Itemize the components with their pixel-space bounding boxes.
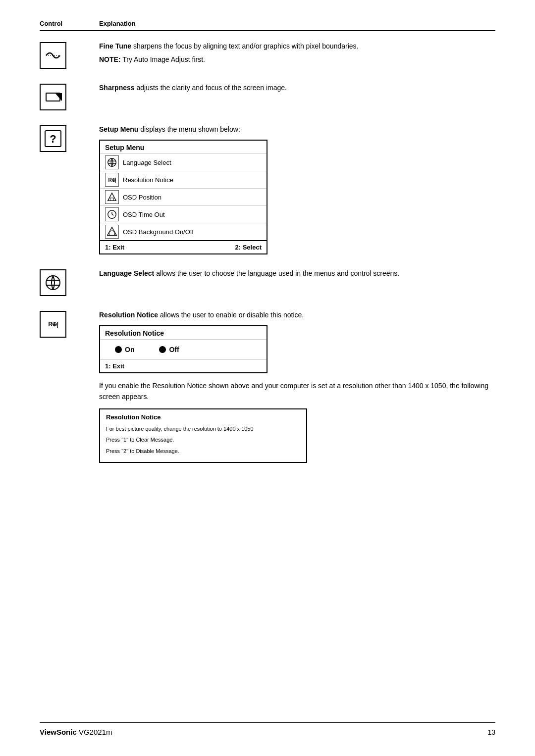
language-select-label: Language Select xyxy=(123,159,171,166)
resolution-notice-row: R⊕| Resolution Notice allows the user to… xyxy=(40,310,495,463)
resolution-info-line3: Press "2" to Disable Message. xyxy=(106,447,300,455)
sharpness-desc: adjusts the clarity and focus of the scr… xyxy=(135,84,287,92)
svg-rect-10 xyxy=(110,198,113,201)
setup-menu-desc: displays the menu shown below: xyxy=(138,125,240,133)
fine-tune-label: Fine Tune xyxy=(99,42,131,50)
resolution-notice-text: Resolution Notice allows the user to ena… xyxy=(99,310,495,463)
fine-tune-icon xyxy=(40,42,66,69)
resolution-notice-menu-icon: R⊕| xyxy=(105,173,119,187)
header-explanation: Explanation xyxy=(99,20,136,27)
language-select-row: Language Select allows the user to choos… xyxy=(40,268,495,296)
resolution-off-option: Off xyxy=(159,346,179,353)
setup-menu-icon: ? xyxy=(40,125,66,152)
osd-background-label: OSD Background On/Off xyxy=(123,228,194,236)
language-select-desc: allows the user to choose the language u… xyxy=(154,269,399,277)
language-select-bold-label: Language Select xyxy=(99,269,154,277)
svg-text:?: ? xyxy=(50,133,56,145)
setup-menu-select: 2: Select xyxy=(235,244,262,251)
header-control: Control xyxy=(40,20,99,27)
setup-menu-item-resolution: R⊕| Resolution Notice xyxy=(100,171,267,188)
resolution-off-label: Off xyxy=(169,346,179,353)
fine-tune-text: Fine Tune sharpens the focus by aligning… xyxy=(99,41,495,68)
resolution-notice-icon: R⊕| xyxy=(40,311,66,338)
page-footer: ViewSonic VG2021m 13 xyxy=(40,722,495,736)
setup-menu-row: ? Setup Menu displays the menu shown bel… xyxy=(40,124,495,254)
resolution-notice-desc: allows the user to enable or disable thi… xyxy=(158,311,304,319)
resolution-info-content: For best picture quality, change the res… xyxy=(106,425,300,455)
sharpness-icon xyxy=(40,84,66,110)
resolution-notice-exit: 1: Exit xyxy=(105,362,124,370)
setup-menu-exit: 1: Exit xyxy=(105,244,124,251)
language-select-icon-cell xyxy=(40,268,99,296)
footer-brand-text: ViewSonic VG2021m xyxy=(40,728,112,736)
setup-menu-item-osd-position: OSD Position xyxy=(100,188,267,205)
resolution-info-box: Resolution Notice For best picture quali… xyxy=(99,408,307,463)
resolution-on-option: On xyxy=(115,346,134,353)
resolution-notice-bold-label: Resolution Notice xyxy=(99,311,158,319)
table-header: Control Explanation xyxy=(40,20,495,31)
fine-tune-row: Fine Tune sharpens the focus by aligning… xyxy=(40,41,495,69)
osd-timeout-icon xyxy=(105,207,119,221)
resolution-notice-box-title: Resolution Notice xyxy=(100,326,267,339)
fine-tune-icon-cell xyxy=(40,41,99,69)
fine-tune-desc: sharpens the focus by aligning text and/… xyxy=(131,42,358,50)
setup-menu-text: Setup Menu displays the menu shown below… xyxy=(99,124,495,254)
sharpness-icon-cell xyxy=(40,83,99,110)
resolution-notice-box: Resolution Notice On Off 1: Exit xyxy=(99,325,268,373)
svg-line-13 xyxy=(112,214,114,215)
resolution-on-label: On xyxy=(125,346,134,353)
setup-menu-item-osd-bg: OSD Background On/Off xyxy=(100,223,267,240)
setup-menu-box: Setup Menu Language Select R⊕| Res xyxy=(99,140,268,254)
svg-marker-9 xyxy=(108,193,116,201)
resolution-notice-icon-cell: R⊕| xyxy=(40,310,99,338)
resolution-notice-body-text: If you enable the Resolution Notice show… xyxy=(99,380,495,403)
setup-menu-item-language: Language Select xyxy=(100,153,267,171)
resolution-info-line2: Press "1" to Clear Message. xyxy=(106,436,300,444)
setup-menu-box-title: Setup Menu xyxy=(100,141,267,153)
svg-point-6 xyxy=(108,158,116,167)
resolution-notice-options: On Off xyxy=(100,339,267,360)
setup-menu-icon-cell: ? xyxy=(40,124,99,152)
sharpness-row: Sharpness adjusts the clarity and focus … xyxy=(40,83,495,110)
osd-timeout-label: OSD Time Out xyxy=(123,211,165,218)
radio-off-dot xyxy=(159,346,166,353)
brand-name: ViewSonic xyxy=(40,728,77,736)
sharpness-label: Sharpness xyxy=(99,84,135,92)
fine-tune-note: NOTE: Try Auto Image Adjust first. xyxy=(99,54,495,65)
globe-icon xyxy=(105,155,119,169)
radio-on-dot xyxy=(115,346,122,353)
osd-background-icon xyxy=(105,225,119,239)
setup-menu-item-osd-timeout: OSD Time Out xyxy=(100,205,267,223)
svg-marker-14 xyxy=(107,227,116,236)
svg-point-15 xyxy=(46,276,60,290)
resolution-notice-label: Resolution Notice xyxy=(123,176,173,184)
osd-position-icon xyxy=(105,190,119,204)
osd-position-label: OSD Position xyxy=(123,194,161,201)
resolution-notice-footer: 1: Exit xyxy=(100,360,267,372)
language-select-text: Language Select allows the user to choos… xyxy=(99,268,495,282)
language-select-icon xyxy=(40,269,66,296)
page-number: 13 xyxy=(487,728,495,736)
resolution-info-title: Resolution Notice xyxy=(106,413,300,421)
setup-menu-footer: 1: Exit 2: Select xyxy=(100,240,267,253)
setup-menu-label: Setup Menu xyxy=(99,125,138,133)
sharpness-text: Sharpness adjusts the clarity and focus … xyxy=(99,83,495,96)
svg-marker-2 xyxy=(55,93,62,101)
resolution-info-line1: For best picture quality, change the res… xyxy=(106,425,300,433)
